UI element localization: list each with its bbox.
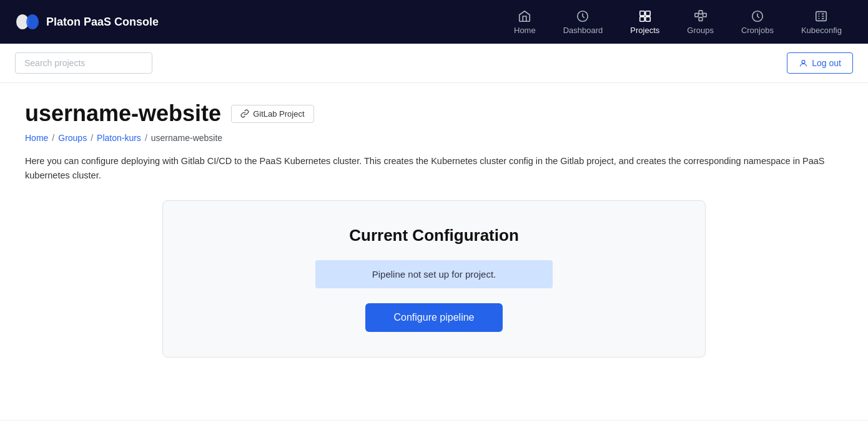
svg-rect-9 bbox=[703, 13, 706, 17]
toolbar: Log out bbox=[0, 44, 868, 83]
svg-point-1 bbox=[26, 14, 39, 29]
nav-groups[interactable]: Groups bbox=[676, 4, 725, 40]
breadcrumb-home[interactable]: Home bbox=[25, 133, 48, 143]
nav-groups-label: Groups bbox=[687, 26, 714, 35]
brand: Platon PaaS Console bbox=[15, 13, 159, 31]
breadcrumb-current: username-website bbox=[151, 133, 222, 143]
nav-dashboard[interactable]: Dashboard bbox=[552, 4, 614, 40]
footer: © 2024 Sikt - Norwegian Agency for Share… bbox=[0, 420, 868, 433]
main-content: username-website GitLab Project Home / G… bbox=[0, 83, 868, 382]
svg-rect-8 bbox=[699, 10, 703, 14]
pipeline-status-box: Pipeline not set up for project. bbox=[315, 260, 553, 288]
svg-rect-3 bbox=[640, 11, 644, 15]
configure-pipeline-button[interactable]: Configure pipeline bbox=[365, 303, 503, 332]
nav-dashboard-label: Dashboard bbox=[563, 26, 603, 35]
brand-name: Platon PaaS Console bbox=[46, 16, 159, 29]
configure-btn-label: Configure pipeline bbox=[394, 312, 475, 323]
breadcrumb-sep-1: / bbox=[52, 133, 54, 143]
svg-rect-12 bbox=[816, 11, 827, 21]
page-description: Here you can configure deploying with Gi… bbox=[25, 154, 837, 183]
projects-icon bbox=[638, 9, 652, 23]
page-title: username-website bbox=[25, 100, 221, 127]
logout-label: Log out bbox=[812, 58, 841, 68]
cronjobs-icon bbox=[751, 9, 764, 23]
breadcrumb-sep-2: / bbox=[91, 133, 93, 143]
breadcrumb: Home / Groups / Platon-kurs / username-w… bbox=[25, 133, 843, 143]
nav-home[interactable]: Home bbox=[503, 4, 547, 40]
svg-rect-5 bbox=[640, 16, 644, 21]
nav-projects-label: Projects bbox=[630, 26, 659, 35]
logout-button[interactable]: Log out bbox=[787, 52, 853, 74]
home-icon bbox=[518, 9, 531, 23]
gitlab-btn-label: GitLab Project bbox=[253, 109, 304, 119]
svg-rect-6 bbox=[646, 16, 650, 21]
nav-kubeconfig-label: Kubeconfig bbox=[801, 26, 842, 35]
groups-icon bbox=[694, 9, 708, 23]
config-card: Current Configuration Pipeline not set u… bbox=[162, 200, 706, 358]
nav-links: Home Dashboard Projects Groups Cronjobs … bbox=[503, 4, 853, 40]
nav-cronjobs[interactable]: Cronjobs bbox=[730, 4, 785, 40]
svg-rect-10 bbox=[699, 17, 703, 21]
pipeline-status-text: Pipeline not set up for project. bbox=[372, 269, 496, 280]
card-title: Current Configuration bbox=[349, 226, 519, 245]
breadcrumb-groups[interactable]: Groups bbox=[58, 133, 87, 143]
svg-point-13 bbox=[802, 60, 805, 63]
gitlab-project-button[interactable]: GitLab Project bbox=[231, 105, 313, 123]
nav-kubeconfig[interactable]: Kubeconfig bbox=[790, 4, 853, 40]
nav-home-label: Home bbox=[514, 26, 536, 35]
user-icon bbox=[799, 59, 808, 68]
breadcrumb-sep-3: / bbox=[145, 133, 147, 143]
navbar: Platon PaaS Console Home Dashboard Proje… bbox=[0, 0, 868, 44]
brand-logo bbox=[15, 13, 40, 31]
svg-rect-4 bbox=[646, 11, 650, 15]
svg-rect-7 bbox=[694, 13, 698, 17]
breadcrumb-platon[interactable]: Platon-kurs bbox=[97, 133, 141, 143]
dashboard-icon bbox=[576, 9, 589, 23]
nav-projects[interactable]: Projects bbox=[619, 4, 671, 40]
nav-cronjobs-label: Cronjobs bbox=[741, 26, 774, 35]
link-icon bbox=[240, 109, 249, 118]
page-title-row: username-website GitLab Project bbox=[25, 100, 843, 127]
search-input[interactable] bbox=[15, 52, 152, 74]
kubeconfig-icon bbox=[814, 9, 828, 23]
